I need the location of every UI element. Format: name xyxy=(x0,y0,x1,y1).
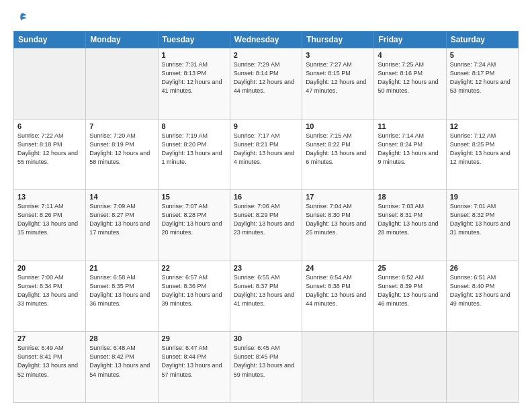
calendar-cell: 19Sunrise: 7:01 AMSunset: 8:32 PMDayligh… xyxy=(446,190,518,261)
calendar-cell xyxy=(302,332,374,403)
day-info: Sunrise: 7:24 AMSunset: 8:17 PMDaylight:… xyxy=(450,60,515,95)
day-number: 16 xyxy=(234,193,298,201)
calendar-cell: 22Sunrise: 6:57 AMSunset: 8:36 PMDayligh… xyxy=(158,261,230,332)
day-info: Sunrise: 7:20 AMSunset: 8:19 PMDaylight:… xyxy=(89,132,154,167)
calendar-cell: 27Sunrise: 6:49 AMSunset: 8:41 PMDayligh… xyxy=(14,332,86,403)
calendar-cell: 12Sunrise: 7:12 AMSunset: 8:25 PMDayligh… xyxy=(446,119,518,190)
day-number: 5 xyxy=(450,51,515,59)
calendar-cell: 17Sunrise: 7:04 AMSunset: 8:30 PMDayligh… xyxy=(302,190,374,261)
day-number: 29 xyxy=(162,334,226,342)
calendar-cell: 15Sunrise: 7:07 AMSunset: 8:28 PMDayligh… xyxy=(158,190,230,261)
day-number: 4 xyxy=(378,51,442,59)
col-header-thursday: Thursday xyxy=(302,32,374,48)
day-number: 11 xyxy=(378,122,442,130)
logo xyxy=(13,12,27,24)
day-number: 18 xyxy=(378,193,442,201)
day-info: Sunrise: 6:54 AMSunset: 8:38 PMDaylight:… xyxy=(306,273,370,308)
day-info: Sunrise: 6:57 AMSunset: 8:36 PMDaylight:… xyxy=(162,273,226,308)
calendar-cell: 26Sunrise: 6:51 AMSunset: 8:40 PMDayligh… xyxy=(446,261,518,332)
day-info: Sunrise: 7:29 AMSunset: 8:14 PMDaylight:… xyxy=(234,60,298,95)
col-header-monday: Monday xyxy=(86,32,158,48)
calendar-cell: 29Sunrise: 6:47 AMSunset: 8:44 PMDayligh… xyxy=(158,332,230,403)
day-info: Sunrise: 7:25 AMSunset: 8:16 PMDaylight:… xyxy=(378,60,442,95)
day-info: Sunrise: 6:55 AMSunset: 8:37 PMDaylight:… xyxy=(234,273,298,308)
day-info: Sunrise: 7:03 AMSunset: 8:31 PMDaylight:… xyxy=(378,202,442,237)
day-info: Sunrise: 7:27 AMSunset: 8:15 PMDaylight:… xyxy=(306,60,370,95)
calendar-week-3: 13Sunrise: 7:11 AMSunset: 8:26 PMDayligh… xyxy=(14,190,519,261)
calendar-cell: 9Sunrise: 7:17 AMSunset: 8:21 PMDaylight… xyxy=(230,119,302,190)
col-header-friday: Friday xyxy=(374,32,446,48)
day-info: Sunrise: 7:31 AMSunset: 8:13 PMDaylight:… xyxy=(162,60,226,95)
calendar-cell: 2Sunrise: 7:29 AMSunset: 8:14 PMDaylight… xyxy=(230,48,302,120)
day-number: 14 xyxy=(89,193,154,201)
header xyxy=(13,12,519,24)
calendar-week-5: 27Sunrise: 6:49 AMSunset: 8:41 PMDayligh… xyxy=(14,332,519,403)
day-info: Sunrise: 7:15 AMSunset: 8:22 PMDaylight:… xyxy=(306,132,370,167)
day-number: 25 xyxy=(378,264,442,272)
day-number: 7 xyxy=(89,122,154,130)
day-number: 9 xyxy=(234,122,298,130)
day-number: 15 xyxy=(162,193,226,201)
calendar-cell: 6Sunrise: 7:22 AMSunset: 8:18 PMDaylight… xyxy=(14,119,86,190)
day-number: 20 xyxy=(17,264,82,272)
day-number: 24 xyxy=(306,264,370,272)
day-info: Sunrise: 7:14 AMSunset: 8:24 PMDaylight:… xyxy=(378,132,442,167)
day-number: 22 xyxy=(162,264,226,272)
calendar-cell: 14Sunrise: 7:09 AMSunset: 8:27 PMDayligh… xyxy=(86,190,158,261)
day-info: Sunrise: 7:17 AMSunset: 8:21 PMDaylight:… xyxy=(234,132,298,167)
day-number: 21 xyxy=(89,264,154,272)
calendar-cell: 1Sunrise: 7:31 AMSunset: 8:13 PMDaylight… xyxy=(158,48,230,120)
day-number: 23 xyxy=(234,264,298,272)
day-info: Sunrise: 7:09 AMSunset: 8:27 PMDaylight:… xyxy=(89,202,154,237)
calendar-cell: 23Sunrise: 6:55 AMSunset: 8:37 PMDayligh… xyxy=(230,261,302,332)
day-info: Sunrise: 7:11 AMSunset: 8:26 PMDaylight:… xyxy=(17,202,82,237)
day-info: Sunrise: 7:06 AMSunset: 8:29 PMDaylight:… xyxy=(234,202,298,237)
day-info: Sunrise: 7:01 AMSunset: 8:32 PMDaylight:… xyxy=(450,202,515,237)
calendar-cell xyxy=(86,48,158,120)
calendar-cell: 5Sunrise: 7:24 AMSunset: 8:17 PMDaylight… xyxy=(446,48,518,120)
calendar-cell: 3Sunrise: 7:27 AMSunset: 8:15 PMDaylight… xyxy=(302,48,374,120)
day-number: 13 xyxy=(17,193,82,201)
day-info: Sunrise: 6:48 AMSunset: 8:42 PMDaylight:… xyxy=(89,344,154,379)
day-info: Sunrise: 7:07 AMSunset: 8:28 PMDaylight:… xyxy=(162,202,226,237)
day-info: Sunrise: 6:51 AMSunset: 8:40 PMDaylight:… xyxy=(450,273,515,308)
calendar-cell: 4Sunrise: 7:25 AMSunset: 8:16 PMDaylight… xyxy=(374,48,446,120)
day-number: 6 xyxy=(17,122,82,130)
day-info: Sunrise: 6:49 AMSunset: 8:41 PMDaylight:… xyxy=(17,344,82,379)
calendar-cell xyxy=(14,48,86,120)
day-number: 8 xyxy=(162,122,226,130)
day-number: 3 xyxy=(306,51,370,59)
col-header-saturday: Saturday xyxy=(446,32,518,48)
day-number: 10 xyxy=(306,122,370,130)
day-number: 19 xyxy=(450,193,515,201)
calendar-cell: 7Sunrise: 7:20 AMSunset: 8:19 PMDaylight… xyxy=(86,119,158,190)
calendar-header-row: SundayMondayTuesdayWednesdayThursdayFrid… xyxy=(14,32,519,48)
calendar-week-4: 20Sunrise: 7:00 AMSunset: 8:34 PMDayligh… xyxy=(14,261,519,332)
col-header-sunday: Sunday xyxy=(14,32,86,48)
day-info: Sunrise: 7:22 AMSunset: 8:18 PMDaylight:… xyxy=(17,132,82,167)
calendar-cell xyxy=(446,332,518,403)
day-number: 17 xyxy=(306,193,370,201)
calendar-table: SundayMondayTuesdayWednesdayThursdayFrid… xyxy=(13,31,519,403)
col-header-wednesday: Wednesday xyxy=(230,32,302,48)
day-number: 27 xyxy=(17,334,82,342)
calendar-week-2: 6Sunrise: 7:22 AMSunset: 8:18 PMDaylight… xyxy=(14,119,519,190)
day-info: Sunrise: 6:58 AMSunset: 8:35 PMDaylight:… xyxy=(89,273,154,308)
calendar-cell: 13Sunrise: 7:11 AMSunset: 8:26 PMDayligh… xyxy=(14,190,86,261)
day-info: Sunrise: 6:45 AMSunset: 8:45 PMDaylight:… xyxy=(234,344,298,379)
calendar-cell xyxy=(374,332,446,403)
logo-bird-icon xyxy=(15,12,27,24)
calendar-cell: 11Sunrise: 7:14 AMSunset: 8:24 PMDayligh… xyxy=(374,119,446,190)
calendar-cell: 28Sunrise: 6:48 AMSunset: 8:42 PMDayligh… xyxy=(86,332,158,403)
day-info: Sunrise: 7:12 AMSunset: 8:25 PMDaylight:… xyxy=(450,132,515,167)
day-number: 28 xyxy=(89,334,154,342)
day-info: Sunrise: 6:47 AMSunset: 8:44 PMDaylight:… xyxy=(162,344,226,379)
calendar-cell: 25Sunrise: 6:52 AMSunset: 8:39 PMDayligh… xyxy=(374,261,446,332)
day-info: Sunrise: 7:04 AMSunset: 8:30 PMDaylight:… xyxy=(306,202,370,237)
calendar-cell: 10Sunrise: 7:15 AMSunset: 8:22 PMDayligh… xyxy=(302,119,374,190)
day-info: Sunrise: 6:52 AMSunset: 8:39 PMDaylight:… xyxy=(378,273,442,308)
calendar-cell: 18Sunrise: 7:03 AMSunset: 8:31 PMDayligh… xyxy=(374,190,446,261)
calendar-cell: 24Sunrise: 6:54 AMSunset: 8:38 PMDayligh… xyxy=(302,261,374,332)
calendar-cell: 30Sunrise: 6:45 AMSunset: 8:45 PMDayligh… xyxy=(230,332,302,403)
calendar-cell: 21Sunrise: 6:58 AMSunset: 8:35 PMDayligh… xyxy=(86,261,158,332)
